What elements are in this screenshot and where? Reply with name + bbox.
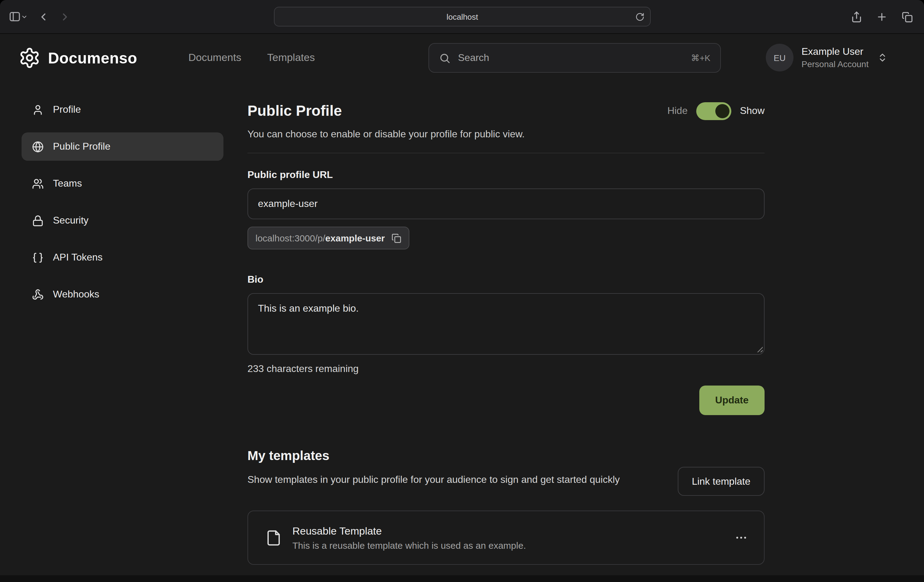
my-templates-title: My templates: [248, 448, 764, 463]
public-profile-url-label: Public profile URL: [248, 169, 764, 180]
search-icon: [439, 52, 450, 64]
brand-name: Documenso: [48, 49, 137, 67]
public-profile-settings: Public Profile Hide Show You can choose …: [248, 101, 764, 565]
nav-documents[interactable]: Documents: [188, 52, 241, 64]
profile-link-slug: example-user: [325, 233, 385, 243]
sidebar-item-webhooks[interactable]: Webhooks: [21, 280, 223, 309]
page-title: Public Profile: [248, 102, 342, 119]
show-label: Show: [740, 105, 764, 116]
page-description: You can choose to enable or disable your…: [248, 129, 764, 140]
documenso-logo-icon: [18, 47, 41, 69]
user-name: Example User: [802, 46, 869, 57]
braces-icon: [32, 251, 44, 263]
user-icon: [32, 104, 44, 116]
app-header: Documenso Documents Templates Search ⌘+K…: [0, 33, 924, 83]
toggle-knob: [715, 104, 729, 118]
sidebar-item-api-tokens[interactable]: API Tokens: [21, 243, 223, 271]
templates-description: Show templates in your public profile fo…: [248, 472, 620, 488]
sidebar-item-label: Public Profile: [53, 141, 111, 152]
user-meta: Example User Personal Account: [802, 46, 869, 69]
public-profile-url-input[interactable]: [248, 188, 764, 219]
bio-label: Bio: [248, 274, 764, 285]
avatar: EU: [766, 44, 794, 71]
lock-icon: [32, 215, 44, 227]
back-icon[interactable]: [38, 11, 49, 23]
bio-textarea[interactable]: This is an example bio.: [248, 293, 764, 355]
file-icon: [265, 529, 282, 546]
profile-link-text: localhost:3000/p/example-user: [256, 233, 385, 243]
bio-field-wrapper: This is an example bio.: [248, 293, 764, 355]
profile-link-copy[interactable]: localhost:3000/p/example-user: [248, 227, 409, 250]
browser-chrome: localhost: [0, 0, 924, 34]
profile-link-prefix: localhost:3000/p/: [256, 233, 325, 243]
update-row: Update: [248, 385, 764, 415]
template-card-text: Reusable Template This is a reusable tem…: [292, 525, 526, 550]
sidebar-item-label: Security: [53, 215, 89, 226]
sidebar-item-label: Webhooks: [53, 289, 99, 300]
visibility-toggle-group: Hide Show: [667, 102, 764, 120]
browser-window-controls: [851, 0, 913, 33]
search-placeholder: Search: [458, 52, 489, 63]
settings-sidebar: Profile Public Profile Teams Security AP…: [21, 96, 223, 317]
footer-strip: [0, 575, 924, 582]
search-input[interactable]: Search ⌘+K: [429, 43, 721, 73]
link-template-button[interactable]: Link template: [678, 467, 764, 496]
search-shortcut: ⌘+K: [691, 53, 710, 63]
chevrons-up-down-icon: [877, 52, 888, 63]
title-row: Public Profile Hide Show: [248, 101, 764, 121]
address-bar[interactable]: localhost: [274, 7, 651, 26]
chevron-down-icon[interactable]: [21, 13, 28, 20]
templates-row: Show templates in your public profile fo…: [248, 467, 764, 496]
tab-overview-icon[interactable]: [901, 11, 913, 23]
profile-visibility-toggle[interactable]: [696, 102, 731, 120]
sidebar-item-teams[interactable]: Teams: [21, 169, 223, 198]
sidebar-toggle-icon[interactable]: [8, 10, 21, 23]
template-card[interactable]: Reusable Template This is a reusable tem…: [248, 511, 764, 565]
share-icon[interactable]: [851, 11, 863, 23]
update-button[interactable]: Update: [699, 385, 764, 415]
copy-icon[interactable]: [391, 233, 401, 243]
webhook-icon: [32, 289, 44, 300]
sidebar-item-security[interactable]: Security: [21, 206, 223, 235]
divider: [248, 153, 764, 153]
sidebar-item-label: Profile: [53, 104, 81, 115]
sidebar-item-label: Teams: [53, 178, 82, 189]
forward-icon[interactable]: [59, 11, 71, 23]
browser-nav-controls: [8, 0, 71, 33]
url-text: localhost: [447, 12, 478, 21]
screen: localhost Documenso Documents: [0, 0, 924, 582]
template-description: This is a reusable template which is use…: [292, 540, 526, 550]
ellipsis-menu-icon[interactable]: [734, 531, 748, 544]
top-nav: Documents Templates: [188, 33, 315, 83]
reload-icon[interactable]: [635, 12, 645, 21]
characters-remaining: 233 characters remaining: [248, 363, 764, 374]
brand[interactable]: Documenso: [18, 47, 137, 69]
template-title: Reusable Template: [292, 525, 526, 537]
hide-label: Hide: [667, 105, 688, 116]
sidebar-item-public-profile[interactable]: Public Profile: [21, 132, 223, 161]
sidebar-item-label: API Tokens: [53, 252, 102, 263]
users-icon: [32, 178, 44, 189]
user-account-type: Personal Account: [802, 59, 869, 69]
nav-templates[interactable]: Templates: [267, 52, 315, 64]
account-menu[interactable]: EU Example User Personal Account: [766, 44, 888, 71]
sidebar-item-profile[interactable]: Profile: [21, 96, 223, 124]
new-tab-icon[interactable]: [876, 11, 888, 23]
globe-icon: [32, 141, 44, 152]
